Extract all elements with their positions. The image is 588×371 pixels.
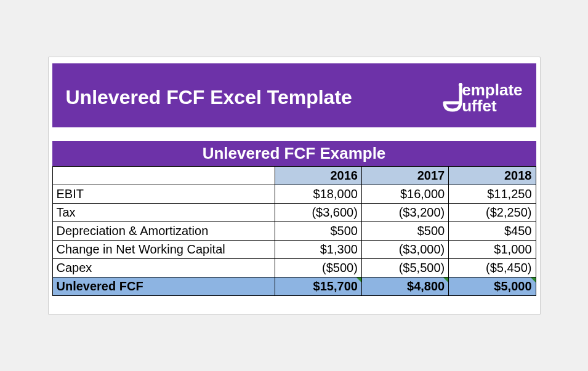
table-row: Change in Net Working Capital $1,300 ($3…	[52, 240, 536, 258]
spacer	[49, 127, 540, 141]
logo-line-1: emplate	[462, 82, 522, 98]
cell-value: $500	[361, 221, 448, 240]
row-label: Tax	[52, 203, 275, 221]
cell-value: $450	[449, 221, 536, 240]
row-label: Change in Net Working Capital	[52, 240, 275, 258]
total-value: $4,800	[361, 277, 448, 295]
year-header: 2017	[361, 166, 448, 185]
formula-indicator-icon	[356, 277, 361, 282]
year-header: 2018	[449, 166, 536, 185]
formula-indicator-icon	[443, 277, 448, 282]
total-label: Unlevered FCF	[52, 277, 275, 295]
total-val-text: $15,700	[313, 279, 358, 293]
table-row: EBIT $18,000 $16,000 $11,250	[52, 185, 536, 203]
total-value: $5,000	[449, 277, 536, 295]
banner: Unlevered FCF Excel Template emplate uff…	[52, 63, 536, 127]
ladle-icon	[442, 83, 463, 114]
cell-value: ($5,450)	[449, 258, 536, 277]
logo: emplate uffet	[442, 82, 522, 114]
cell-value: $1,300	[275, 240, 361, 258]
formula-indicator-icon	[531, 277, 536, 282]
row-label: EBIT	[52, 185, 275, 203]
cell-value: $500	[275, 221, 361, 240]
cell-value: ($3,600)	[275, 203, 361, 221]
cell-value: ($2,250)	[449, 203, 536, 221]
template-card: Unlevered FCF Excel Template emplate uff…	[48, 57, 541, 315]
logo-line-2: uffet	[462, 98, 522, 114]
header-row: 2016 2017 2018	[52, 166, 536, 185]
logo-text: emplate uffet	[462, 82, 522, 114]
cell-value: $16,000	[361, 185, 448, 203]
row-label: Depreciation & Amortization	[52, 221, 275, 240]
total-value: $15,700	[275, 277, 361, 295]
total-val-text: $5,000	[494, 279, 531, 293]
table-row: Capex ($500) ($5,500) ($5,450)	[52, 258, 536, 277]
total-val-text: $4,800	[407, 279, 445, 293]
cell-value: $11,250	[449, 185, 536, 203]
cell-value: ($3,200)	[361, 203, 448, 221]
cell-value: ($5,500)	[361, 258, 448, 277]
cell-value: ($500)	[275, 258, 361, 277]
cell-value: ($3,000)	[361, 240, 448, 258]
cell-value: $18,000	[275, 185, 361, 203]
cell-value: $1,000	[449, 240, 536, 258]
header-blank	[52, 166, 275, 185]
subtitle-bar: Unlevered FCF Example	[52, 141, 536, 166]
year-header: 2016	[275, 166, 361, 185]
table-row: Depreciation & Amortization $500 $500 $4…	[52, 221, 536, 240]
page-title: Unlevered FCF Excel Template	[66, 86, 352, 109]
row-label: Capex	[52, 258, 275, 277]
fcf-table: 2016 2017 2018 EBIT $18,000 $16,000 $11,…	[52, 166, 536, 296]
table-row: Tax ($3,600) ($3,200) ($2,250)	[52, 203, 536, 221]
total-row: Unlevered FCF $15,700 $4,800 $5,000	[52, 277, 536, 295]
